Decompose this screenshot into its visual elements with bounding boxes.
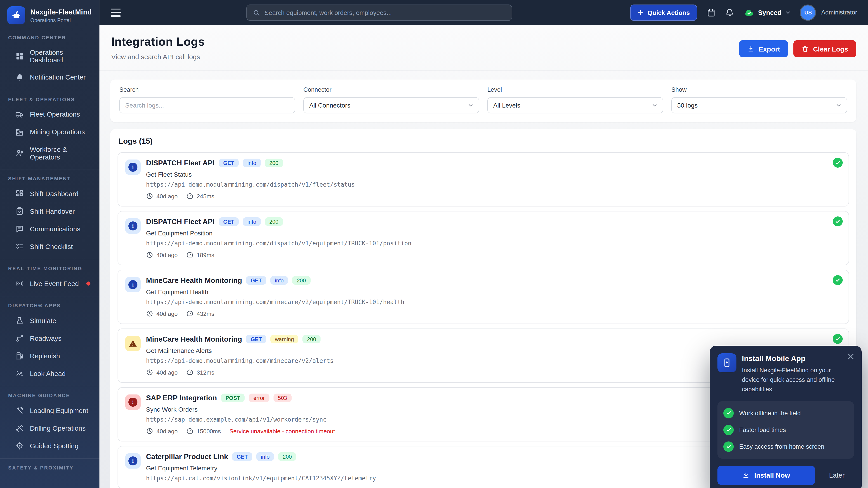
sidebar-item-look-ahead[interactable]: Look Ahead <box>0 365 99 382</box>
quick-actions-button[interactable]: Quick Actions <box>630 4 697 21</box>
sidebar-item-operations-dashboard[interactable]: Operations Dashboard <box>0 44 99 68</box>
global-search-input[interactable] <box>265 9 506 16</box>
method-badge: GET <box>246 276 266 285</box>
toast-title: Install Mobile App <box>742 354 854 363</box>
sidebar-item-guided-spotting[interactable]: Guided Spotting <box>0 437 99 455</box>
log-url: https://api-demo.modularmining.com/minec… <box>146 299 841 305</box>
status-badge: 200 <box>278 452 296 461</box>
export-button[interactable]: Export <box>739 40 788 57</box>
method-badge: GET <box>219 217 239 226</box>
status-badge: 503 <box>274 394 291 402</box>
calendar-icon[interactable] <box>707 8 716 17</box>
app-name: Nexgile-FleetMind <box>30 8 92 16</box>
flask-icon <box>16 316 24 325</box>
sidebar-item-mining-operations[interactable]: Mining Operations <box>0 123 99 141</box>
log-entry[interactable]: i DISPATCH Fleet API GET info 200 Get Eq… <box>118 211 849 265</box>
sidebar-item-live-event-feed[interactable]: Live Event Feed <box>0 275 99 292</box>
sidebar-section: SHIFT MANAGEMENT Shift Dashboard Shift H… <box>0 169 99 255</box>
sidebar-item-roadways[interactable]: Roadways <box>0 329 99 347</box>
sidebar-item-notification-center[interactable]: Notification Center <box>0 68 99 86</box>
page-header: Integration Logs View and search API cal… <box>99 25 868 70</box>
clock-icon <box>146 310 153 317</box>
log-entry[interactable]: i MineCare Health Monitoring GET info 20… <box>118 270 849 324</box>
close-icon[interactable] <box>847 352 855 361</box>
connector-select[interactable]: All Connectors <box>303 97 479 113</box>
log-entry[interactable]: i DISPATCH Fleet API GET info 200 Get Fl… <box>118 152 849 206</box>
sidebar-item-drilling-operations[interactable]: Drilling Operations <box>0 419 99 437</box>
gauge-icon <box>186 310 193 317</box>
sidebar-section-title: COMMAND CENTER <box>0 35 99 40</box>
log-time: 40d ago <box>156 193 178 199</box>
sidebar-item-shift-dashboard[interactable]: Shift Dashboard <box>0 185 99 202</box>
sync-status[interactable]: Synced <box>744 7 792 18</box>
install-now-button[interactable]: Install Now <box>717 466 815 485</box>
show-select[interactable]: 50 logs <box>671 97 847 113</box>
menu-toggle-icon[interactable] <box>111 8 121 17</box>
clear-logs-label: Clear Logs <box>813 45 848 53</box>
sidebar-item-communications[interactable]: Communications <box>0 220 99 238</box>
tools-icon <box>16 406 24 415</box>
filter-connector-label: Connector <box>303 86 479 93</box>
logs-search-field[interactable] <box>119 97 295 113</box>
search-icon <box>253 9 260 16</box>
sidebar-item-label: Loading Equipment <box>30 407 93 415</box>
benefits-list: Work offline in the field Faster load ti… <box>717 401 854 459</box>
level-badge: info <box>256 452 274 461</box>
sidebar-item-workforce-operators[interactable]: Workforce & Operators <box>0 141 99 165</box>
later-button[interactable]: Later <box>819 471 854 479</box>
method-badge: POST <box>221 394 245 402</box>
sidebar-item-replenish[interactable]: Replenish <box>0 347 99 365</box>
cloud-check-icon <box>744 7 754 18</box>
sidebar-item-label: Operations Dashboard <box>30 48 93 64</box>
sidebar-item-shift-checklist[interactable]: Shift Checklist <box>0 238 99 255</box>
user-avatar[interactable]: US <box>801 5 815 20</box>
sidebar-item-fleet-operations[interactable]: Fleet Operations <box>0 105 99 123</box>
notifications-bell-icon[interactable] <box>725 8 734 17</box>
sidebar-item-simulate[interactable]: Simulate <box>0 312 99 329</box>
check-icon <box>726 444 731 449</box>
log-meta: 40d ago 245ms <box>146 193 841 200</box>
trash-icon <box>802 45 809 53</box>
log-action: Get Fleet Status <box>146 171 841 178</box>
warning-icon <box>125 336 141 351</box>
chat-icon <box>16 225 24 233</box>
sidebar-item-label: Live Event Feed <box>30 280 81 288</box>
sidebar-item-loading-equipment[interactable]: Loading Equipment <box>0 402 99 419</box>
filters-panel: Search Connector All Connectors Level Al… <box>110 79 856 122</box>
check-icon <box>726 411 731 416</box>
info-icon: i <box>125 453 141 468</box>
sidebar-item-shift-handover[interactable]: Shift Handover <box>0 202 99 220</box>
filter-level-label: Level <box>487 86 663 93</box>
sidebar: Nexgile-FleetMind Operations Portal COMM… <box>0 0 99 488</box>
logs-search-input[interactable] <box>125 102 289 109</box>
clear-logs-button[interactable]: Clear Logs <box>794 40 856 57</box>
logs-count-header: Logs (15) <box>119 137 848 146</box>
status-badge: 200 <box>292 276 310 285</box>
chevron-down-icon <box>785 9 792 15</box>
topbar-actions: Quick Actions Synced US Administrator <box>630 4 857 21</box>
benefit-label: Faster load times <box>739 427 786 433</box>
level-select[interactable]: All Levels <box>487 97 663 113</box>
clock-icon <box>146 427 153 435</box>
page-title: Integration Logs <box>111 35 205 49</box>
log-connector-name: SAP ERP Integration <box>146 394 217 402</box>
live-indicator-dot <box>86 282 90 286</box>
log-url: https://api-demo.modularmining.com/dispa… <box>146 240 841 247</box>
sidebar-section-title: MACHINE GUIDANCE <box>0 393 99 398</box>
log-connector-name: DISPATCH Fleet API <box>146 159 215 167</box>
check-circle-icon <box>723 442 734 452</box>
log-duration: 312ms <box>197 369 214 376</box>
sidebar-section: REAL-TIME MONITORING Live Event Feed <box>0 259 99 292</box>
bell-icon <box>16 73 24 82</box>
benefit-label: Work offline in the field <box>739 410 801 417</box>
app-logo: Nexgile-FleetMind Operations Portal <box>0 0 99 30</box>
status-badge: 200 <box>265 217 283 226</box>
sidebar-section: MACHINE GUIDANCE Loading Equipment Drill… <box>0 386 99 455</box>
check-icon <box>835 278 840 283</box>
global-search[interactable] <box>246 4 512 21</box>
log-error-message: Service unavailable - connection timeout <box>229 428 335 434</box>
error-icon: ! <box>125 394 141 410</box>
check-icon <box>726 427 731 433</box>
log-meta: 40d ago 189ms <box>146 251 841 258</box>
status-badge: 200 <box>265 159 283 167</box>
